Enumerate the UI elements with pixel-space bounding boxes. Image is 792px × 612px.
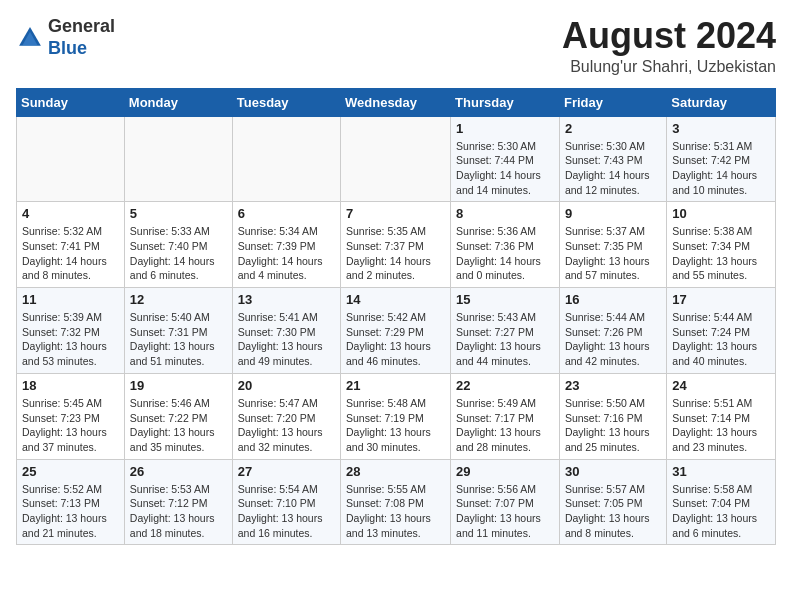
day-number: 25 xyxy=(22,464,119,479)
calendar-cell: 5Sunrise: 5:33 AM Sunset: 7:40 PM Daylig… xyxy=(124,202,232,288)
calendar-week-5: 25Sunrise: 5:52 AM Sunset: 7:13 PM Dayli… xyxy=(17,459,776,545)
day-info: Sunrise: 5:56 AM Sunset: 7:07 PM Dayligh… xyxy=(456,482,554,541)
day-info: Sunrise: 5:40 AM Sunset: 7:31 PM Dayligh… xyxy=(130,310,227,369)
calendar-cell: 29Sunrise: 5:56 AM Sunset: 7:07 PM Dayli… xyxy=(451,459,560,545)
calendar-cell: 22Sunrise: 5:49 AM Sunset: 7:17 PM Dayli… xyxy=(451,373,560,459)
day-header-thursday: Thursday xyxy=(451,88,560,116)
day-number: 22 xyxy=(456,378,554,393)
calendar-cell: 16Sunrise: 5:44 AM Sunset: 7:26 PM Dayli… xyxy=(559,288,666,374)
day-number: 1 xyxy=(456,121,554,136)
day-number: 15 xyxy=(456,292,554,307)
calendar-cell: 9Sunrise: 5:37 AM Sunset: 7:35 PM Daylig… xyxy=(559,202,666,288)
day-info: Sunrise: 5:53 AM Sunset: 7:12 PM Dayligh… xyxy=(130,482,227,541)
day-info: Sunrise: 5:48 AM Sunset: 7:19 PM Dayligh… xyxy=(346,396,445,455)
logo-text: General Blue xyxy=(48,16,115,59)
day-number: 10 xyxy=(672,206,770,221)
calendar-cell: 3Sunrise: 5:31 AM Sunset: 7:42 PM Daylig… xyxy=(667,116,776,202)
day-info: Sunrise: 5:50 AM Sunset: 7:16 PM Dayligh… xyxy=(565,396,661,455)
calendar-week-2: 4Sunrise: 5:32 AM Sunset: 7:41 PM Daylig… xyxy=(17,202,776,288)
location: Bulung'ur Shahri, Uzbekistan xyxy=(562,58,776,76)
month-year: August 2024 xyxy=(562,16,776,56)
day-info: Sunrise: 5:39 AM Sunset: 7:32 PM Dayligh… xyxy=(22,310,119,369)
calendar-cell: 28Sunrise: 5:55 AM Sunset: 7:08 PM Dayli… xyxy=(341,459,451,545)
calendar-cell: 26Sunrise: 5:53 AM Sunset: 7:12 PM Dayli… xyxy=(124,459,232,545)
day-number: 14 xyxy=(346,292,445,307)
day-info: Sunrise: 5:35 AM Sunset: 7:37 PM Dayligh… xyxy=(346,224,445,283)
day-info: Sunrise: 5:54 AM Sunset: 7:10 PM Dayligh… xyxy=(238,482,335,541)
day-header-wednesday: Wednesday xyxy=(341,88,451,116)
day-info: Sunrise: 5:33 AM Sunset: 7:40 PM Dayligh… xyxy=(130,224,227,283)
day-number: 4 xyxy=(22,206,119,221)
calendar-cell: 2Sunrise: 5:30 AM Sunset: 7:43 PM Daylig… xyxy=(559,116,666,202)
day-info: Sunrise: 5:51 AM Sunset: 7:14 PM Dayligh… xyxy=(672,396,770,455)
calendar-header-row: SundayMondayTuesdayWednesdayThursdayFrid… xyxy=(17,88,776,116)
day-info: Sunrise: 5:44 AM Sunset: 7:26 PM Dayligh… xyxy=(565,310,661,369)
day-info: Sunrise: 5:57 AM Sunset: 7:05 PM Dayligh… xyxy=(565,482,661,541)
calendar-cell xyxy=(124,116,232,202)
logo-general: General xyxy=(48,16,115,36)
day-header-tuesday: Tuesday xyxy=(232,88,340,116)
title-block: August 2024 Bulung'ur Shahri, Uzbekistan xyxy=(562,16,776,76)
calendar-cell: 4Sunrise: 5:32 AM Sunset: 7:41 PM Daylig… xyxy=(17,202,125,288)
day-info: Sunrise: 5:43 AM Sunset: 7:27 PM Dayligh… xyxy=(456,310,554,369)
calendar-cell: 1Sunrise: 5:30 AM Sunset: 7:44 PM Daylig… xyxy=(451,116,560,202)
calendar-cell: 30Sunrise: 5:57 AM Sunset: 7:05 PM Dayli… xyxy=(559,459,666,545)
day-info: Sunrise: 5:31 AM Sunset: 7:42 PM Dayligh… xyxy=(672,139,770,198)
calendar-cell xyxy=(341,116,451,202)
day-info: Sunrise: 5:52 AM Sunset: 7:13 PM Dayligh… xyxy=(22,482,119,541)
day-info: Sunrise: 5:30 AM Sunset: 7:43 PM Dayligh… xyxy=(565,139,661,198)
day-number: 30 xyxy=(565,464,661,479)
day-info: Sunrise: 5:37 AM Sunset: 7:35 PM Dayligh… xyxy=(565,224,661,283)
logo: General Blue xyxy=(16,16,115,59)
day-number: 20 xyxy=(238,378,335,393)
day-info: Sunrise: 5:38 AM Sunset: 7:34 PM Dayligh… xyxy=(672,224,770,283)
day-number: 31 xyxy=(672,464,770,479)
day-info: Sunrise: 5:44 AM Sunset: 7:24 PM Dayligh… xyxy=(672,310,770,369)
day-header-sunday: Sunday xyxy=(17,88,125,116)
calendar-cell xyxy=(232,116,340,202)
calendar-cell: 21Sunrise: 5:48 AM Sunset: 7:19 PM Dayli… xyxy=(341,373,451,459)
day-info: Sunrise: 5:58 AM Sunset: 7:04 PM Dayligh… xyxy=(672,482,770,541)
calendar-cell: 24Sunrise: 5:51 AM Sunset: 7:14 PM Dayli… xyxy=(667,373,776,459)
day-number: 7 xyxy=(346,206,445,221)
day-number: 11 xyxy=(22,292,119,307)
calendar-cell: 18Sunrise: 5:45 AM Sunset: 7:23 PM Dayli… xyxy=(17,373,125,459)
day-info: Sunrise: 5:46 AM Sunset: 7:22 PM Dayligh… xyxy=(130,396,227,455)
day-number: 2 xyxy=(565,121,661,136)
calendar-cell: 13Sunrise: 5:41 AM Sunset: 7:30 PM Dayli… xyxy=(232,288,340,374)
logo-icon xyxy=(16,24,44,52)
calendar-table: SundayMondayTuesdayWednesdayThursdayFrid… xyxy=(16,88,776,546)
day-info: Sunrise: 5:49 AM Sunset: 7:17 PM Dayligh… xyxy=(456,396,554,455)
calendar-week-4: 18Sunrise: 5:45 AM Sunset: 7:23 PM Dayli… xyxy=(17,373,776,459)
day-number: 24 xyxy=(672,378,770,393)
calendar-cell: 31Sunrise: 5:58 AM Sunset: 7:04 PM Dayli… xyxy=(667,459,776,545)
day-number: 27 xyxy=(238,464,335,479)
day-number: 26 xyxy=(130,464,227,479)
calendar-cell: 6Sunrise: 5:34 AM Sunset: 7:39 PM Daylig… xyxy=(232,202,340,288)
logo-blue: Blue xyxy=(48,38,87,58)
day-info: Sunrise: 5:41 AM Sunset: 7:30 PM Dayligh… xyxy=(238,310,335,369)
calendar-cell: 10Sunrise: 5:38 AM Sunset: 7:34 PM Dayli… xyxy=(667,202,776,288)
page-header: General Blue August 2024 Bulung'ur Shahr… xyxy=(16,16,776,76)
calendar-cell: 27Sunrise: 5:54 AM Sunset: 7:10 PM Dayli… xyxy=(232,459,340,545)
calendar-cell xyxy=(17,116,125,202)
calendar-week-3: 11Sunrise: 5:39 AM Sunset: 7:32 PM Dayli… xyxy=(17,288,776,374)
day-number: 18 xyxy=(22,378,119,393)
day-header-monday: Monday xyxy=(124,88,232,116)
day-number: 8 xyxy=(456,206,554,221)
calendar-cell: 11Sunrise: 5:39 AM Sunset: 7:32 PM Dayli… xyxy=(17,288,125,374)
calendar-cell: 14Sunrise: 5:42 AM Sunset: 7:29 PM Dayli… xyxy=(341,288,451,374)
day-number: 9 xyxy=(565,206,661,221)
calendar-cell: 15Sunrise: 5:43 AM Sunset: 7:27 PM Dayli… xyxy=(451,288,560,374)
day-number: 12 xyxy=(130,292,227,307)
day-number: 29 xyxy=(456,464,554,479)
calendar-cell: 20Sunrise: 5:47 AM Sunset: 7:20 PM Dayli… xyxy=(232,373,340,459)
calendar-cell: 8Sunrise: 5:36 AM Sunset: 7:36 PM Daylig… xyxy=(451,202,560,288)
day-info: Sunrise: 5:55 AM Sunset: 7:08 PM Dayligh… xyxy=(346,482,445,541)
day-info: Sunrise: 5:47 AM Sunset: 7:20 PM Dayligh… xyxy=(238,396,335,455)
day-number: 16 xyxy=(565,292,661,307)
day-header-friday: Friday xyxy=(559,88,666,116)
day-number: 21 xyxy=(346,378,445,393)
day-number: 13 xyxy=(238,292,335,307)
calendar-cell: 7Sunrise: 5:35 AM Sunset: 7:37 PM Daylig… xyxy=(341,202,451,288)
